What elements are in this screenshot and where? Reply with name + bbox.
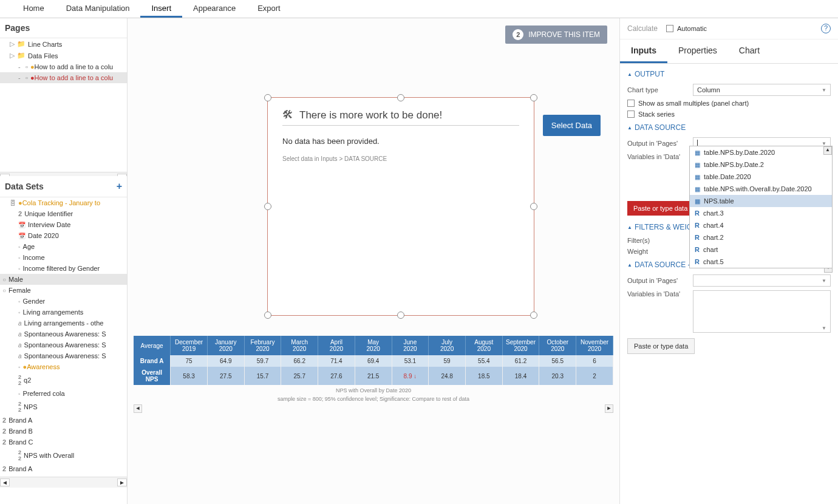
table-cell: 59.7 bbox=[244, 355, 281, 367]
resize-handle[interactable] bbox=[530, 94, 537, 101]
add-dataset-icon[interactable]: + bbox=[117, 181, 122, 192]
pages-item[interactable]: -▫● How to add a line to a colu bbox=[0, 72, 127, 83]
pages-hscroll[interactable]: ◄ ► bbox=[0, 172, 127, 176]
output-section-header[interactable]: ▲OUTPUT bbox=[627, 66, 831, 82]
table-cell: 58.3 bbox=[171, 367, 208, 385]
improve-this-item-button[interactable]: 2 IMPROVE THIS ITEM bbox=[505, 26, 607, 44]
dropdown-item[interactable]: ▦NPS.table bbox=[690, 195, 832, 207]
table-cell: 53.1 bbox=[392, 355, 429, 367]
pages-item[interactable]: -▫● How to add a line to a colu bbox=[0, 61, 127, 72]
resize-handle[interactable] bbox=[264, 94, 271, 101]
dropdown-item[interactable]: Rchart bbox=[690, 243, 832, 256]
ribbon-tab-home[interactable]: Home bbox=[12, 0, 55, 18]
table-cell: 27.5 bbox=[207, 367, 244, 385]
right-tab-properties[interactable]: Properties bbox=[667, 39, 728, 63]
dataset-item[interactable]: ◦Preferred cola bbox=[0, 388, 127, 399]
datasets-tree[interactable]: 🗄● Cola Tracking - January to2Unique Ide… bbox=[0, 197, 127, 477]
datasets-title: Data Sets bbox=[5, 182, 44, 191]
dataset-item[interactable]: ◦● Awareness bbox=[0, 361, 127, 372]
ribbon-tab-data-manipulation[interactable]: Data Manipulation bbox=[55, 0, 141, 18]
resize-handle[interactable] bbox=[397, 94, 404, 101]
dropdown-item[interactable]: ▦table.NPS.by.Date.2 bbox=[690, 158, 832, 171]
dropdown-item[interactable]: Rchart.2 bbox=[690, 231, 832, 243]
chart-placeholder[interactable]: 🛠 There is more work to be done! No data… bbox=[267, 97, 534, 316]
table-scroll-left-icon[interactable]: ◄ bbox=[134, 404, 142, 413]
datasource-section-header[interactable]: ▲DATA SOURCE bbox=[627, 120, 831, 135]
dataset-item[interactable]: ◦Income filtered by Gender bbox=[0, 263, 127, 274]
dataset-item[interactable]: 22q2 bbox=[0, 372, 127, 388]
dataset-item[interactable]: ○Male bbox=[0, 274, 127, 285]
dataset-item[interactable]: 📅Interview Date bbox=[0, 219, 127, 230]
chart-type-dropdown[interactable]: Column▼ bbox=[693, 84, 831, 96]
table-cell: 61.2 bbox=[502, 355, 539, 367]
resize-handle[interactable] bbox=[530, 203, 537, 210]
dataset-item[interactable]: 22NPS with Overall bbox=[0, 448, 127, 463]
dropdown-item[interactable]: Rchart.4 bbox=[690, 219, 832, 231]
scroll-right-icon[interactable]: ► bbox=[117, 478, 127, 486]
pages-item[interactable]: ▷📁Data Files bbox=[0, 50, 127, 61]
scroll-left-icon[interactable]: ◄ bbox=[0, 478, 10, 486]
dataset-item[interactable]: ◦Living arrangements bbox=[0, 307, 127, 318]
paste-data-2-button[interactable]: Paste or type data bbox=[627, 338, 695, 354]
dataset-item[interactable]: ◦Gender bbox=[0, 296, 127, 307]
table-scroll-right-icon[interactable]: ► bbox=[605, 404, 613, 413]
right-tab-chart[interactable]: Chart bbox=[728, 39, 771, 63]
paste-data-button[interactable]: Paste or type data bbox=[627, 201, 693, 216]
automatic-checkbox[interactable]: Automatic bbox=[666, 23, 707, 34]
resize-handle[interactable] bbox=[530, 312, 537, 319]
table-cell: 64.9 bbox=[207, 355, 244, 367]
dropdown-item[interactable]: Rchart.3 bbox=[690, 207, 832, 219]
dataset-item[interactable]: 22NPS bbox=[0, 399, 127, 415]
table-title: NPS with Overall by Date 2020 bbox=[134, 387, 613, 393]
table-cell: 71.4 bbox=[318, 355, 355, 367]
datasets-hscroll[interactable]: ◄ ► bbox=[0, 477, 127, 488]
table-header: June2020 bbox=[392, 336, 429, 355]
dataset-item[interactable]: aSpontaneous Awareness: S bbox=[0, 339, 127, 350]
dropdown-item[interactable]: Rchart.5 bbox=[690, 256, 832, 268]
ribbon-tab-appearance[interactable]: Appearance bbox=[182, 0, 247, 18]
resize-handle[interactable] bbox=[264, 203, 271, 210]
dropdown-item[interactable]: ▦table.NPS.by.Date.2020 bbox=[690, 146, 832, 158]
resize-handle[interactable] bbox=[397, 312, 404, 319]
dataset-item[interactable]: 2Unique Identifier bbox=[0, 208, 127, 219]
stack-series-checkbox[interactable]: Stack series bbox=[627, 109, 831, 120]
ribbon-tab-insert[interactable]: Insert bbox=[140, 0, 182, 18]
dataset-item[interactable]: 2Brand B bbox=[0, 426, 127, 437]
dropdown-scroll-up-icon[interactable]: ▲ bbox=[823, 146, 832, 155]
output-in-pages-2-dropdown[interactable]: ▼ bbox=[693, 274, 831, 287]
dataset-item[interactable]: aLiving arrangements - othe bbox=[0, 318, 127, 329]
dataset-item[interactable]: ◦Age bbox=[0, 241, 127, 252]
chart-hint: Select data in Inputs > DATA SOURCE bbox=[282, 155, 519, 162]
pages-item[interactable]: ▷📁Line Charts bbox=[0, 38, 127, 50]
table-cell: 18.5 bbox=[465, 367, 502, 385]
dataset-item[interactable]: 2Brand A bbox=[0, 415, 127, 426]
table-cell: 66.2 bbox=[281, 355, 318, 367]
chart-message: No data has been provided. bbox=[282, 137, 519, 146]
dataset-item[interactable]: aSpontaneous Awareness: S bbox=[0, 329, 127, 339]
dataset-item[interactable]: 🗄● Cola Tracking - January to bbox=[0, 197, 127, 208]
ribbon-tab-export[interactable]: Export bbox=[247, 0, 291, 18]
right-tab-inputs[interactable]: Inputs bbox=[620, 39, 667, 63]
improve-label: IMPROVE THIS ITEM bbox=[528, 30, 600, 39]
table-cell: 18.4 bbox=[502, 367, 539, 385]
variables-in-data-2-input[interactable]: ▼ bbox=[693, 290, 831, 333]
dropdown-item[interactable]: ▦table.NPS.with.Overall.by.Date.2020 bbox=[690, 183, 832, 195]
small-multiples-checkbox[interactable]: Show as small multiples (panel chart) bbox=[627, 98, 831, 109]
help-icon[interactable]: ? bbox=[821, 24, 831, 33]
resize-handle[interactable] bbox=[264, 312, 271, 319]
dataset-item[interactable]: 2Brand A bbox=[0, 463, 127, 474]
tools-icon: 🛠 bbox=[282, 109, 293, 121]
calculate-button[interactable]: Calculate bbox=[627, 24, 658, 33]
dataset-item[interactable]: ◦Income bbox=[0, 252, 127, 263]
table-cell: 2 bbox=[576, 367, 613, 385]
dataset-item[interactable]: ○Female bbox=[0, 285, 127, 296]
dataset-item[interactable]: 2Brand C bbox=[0, 437, 127, 448]
dataset-item[interactable]: aSpontaneous Awareness: S bbox=[0, 350, 127, 361]
table-cell: 24.8 bbox=[429, 367, 466, 385]
pages-tree[interactable]: ▷📁Line Charts▷📁Data Files-▫● How to add … bbox=[0, 38, 127, 172]
dropdown-item[interactable]: ▦table.Date.2020 bbox=[690, 171, 832, 183]
output-dropdown-list[interactable]: ▲ ▦table.NPS.by.Date.2020▦table.NPS.by.D… bbox=[689, 146, 833, 268]
dataset-item[interactable]: 📅Date 2020 bbox=[0, 230, 127, 241]
checkbox-icon[interactable] bbox=[666, 25, 673, 32]
select-data-button[interactable]: Select Data bbox=[543, 115, 601, 136]
